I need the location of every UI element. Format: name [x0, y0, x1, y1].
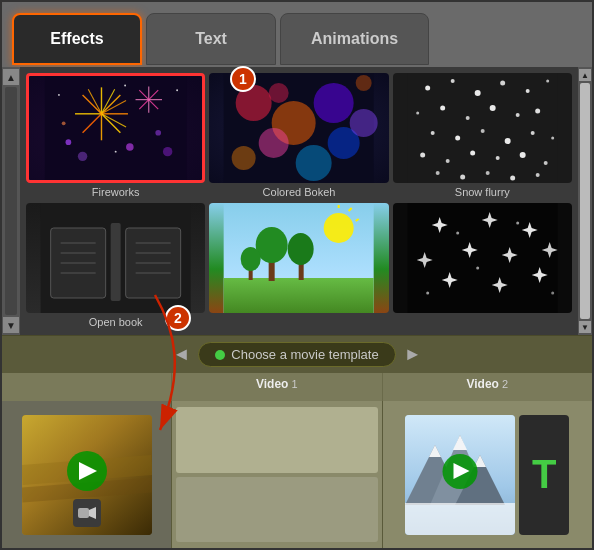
effect-thumb-openbook[interactable]: [26, 203, 205, 313]
effect-thumb-snow[interactable]: [393, 73, 572, 183]
svg-point-62: [445, 159, 449, 163]
green-dot: [215, 350, 225, 360]
scroll-right-up[interactable]: ▲: [579, 69, 591, 81]
svg-point-30: [115, 151, 117, 153]
svg-point-95: [241, 247, 261, 271]
svg-point-48: [546, 80, 549, 83]
effect-fireworks[interactable]: Fireworks: [26, 73, 205, 199]
svg-point-52: [489, 105, 495, 111]
svg-point-85: [324, 213, 354, 243]
svg-point-43: [425, 86, 430, 91]
tab-animations-label: Animations: [311, 30, 398, 48]
svg-point-44: [450, 79, 454, 83]
timeline-mid-clips: [172, 401, 382, 548]
tabs-bar: Effects Text Animations: [2, 2, 592, 67]
effect-thumb-sparkles[interactable]: [393, 203, 572, 313]
effects-grid: Fireworks: [20, 67, 578, 335]
effect-label-snow: Snow flurry: [455, 186, 510, 198]
svg-point-97: [456, 232, 459, 235]
svg-rect-89: [224, 278, 374, 313]
template-label-container[interactable]: Choose a movie template: [198, 342, 395, 367]
svg-point-28: [124, 85, 126, 87]
svg-marker-106: [89, 507, 96, 519]
svg-point-26: [62, 121, 66, 125]
effects-panel: ▲ ▼: [2, 67, 592, 373]
t-button[interactable]: T: [519, 415, 569, 535]
svg-point-55: [430, 131, 434, 135]
tab-effects-label: Effects: [50, 30, 103, 48]
svg-point-45: [474, 90, 480, 96]
svg-point-98: [476, 267, 479, 270]
svg-point-24: [155, 130, 161, 136]
svg-point-101: [551, 292, 554, 295]
svg-point-61: [420, 153, 425, 158]
scroll-right-thumb[interactable]: [580, 83, 590, 319]
svg-point-39: [350, 109, 378, 137]
video1-header-number: 1: [291, 378, 297, 390]
scrollbar-right[interactable]: ▲ ▼: [578, 67, 592, 335]
effect-label-fireworks: Fireworks: [92, 186, 140, 198]
timeline-clip-2[interactable]: [176, 477, 378, 543]
main-container: Effects Text Animations 1 2 ▲ ▼: [0, 0, 594, 550]
effect-label-bokeh: Colored Bokeh: [263, 186, 336, 198]
svg-point-67: [435, 171, 439, 175]
svg-point-68: [460, 175, 465, 180]
badge-2: 2: [165, 305, 191, 331]
svg-point-23: [126, 143, 134, 151]
scrollbar-left[interactable]: ▲ ▼: [2, 67, 20, 335]
scroll-track[interactable]: [5, 87, 17, 315]
svg-point-60: [551, 137, 554, 140]
scroll-up-arrow[interactable]: ▲: [3, 69, 19, 85]
svg-point-71: [535, 173, 539, 177]
svg-point-69: [485, 171, 489, 175]
svg-point-64: [495, 156, 499, 160]
svg-point-58: [504, 138, 510, 144]
video-thumb-main[interactable]: [22, 415, 152, 535]
svg-point-22: [78, 152, 87, 161]
scroll-right-down[interactable]: ▼: [579, 321, 591, 333]
effect-label-openbook: Open book: [89, 316, 143, 328]
svg-point-27: [58, 94, 60, 96]
effect-thumb-fireworks[interactable]: [26, 73, 205, 183]
svg-point-66: [543, 161, 547, 165]
effect-snow-flurry[interactable]: Snow flurry: [393, 73, 572, 199]
play-icon-right: [453, 463, 469, 479]
effect-nature[interactable]: [209, 203, 388, 329]
svg-point-40: [269, 83, 289, 103]
svg-point-54: [535, 109, 540, 114]
svg-point-100: [426, 292, 429, 295]
scroll-down-arrow[interactable]: ▼: [3, 317, 19, 333]
video2-header-number: 2: [502, 378, 508, 390]
svg-point-37: [296, 145, 332, 181]
timeline-main-video: [2, 401, 172, 548]
tab-effects[interactable]: Effects: [12, 13, 142, 65]
timeline-area: Video 1 Video 2: [2, 373, 592, 548]
svg-point-47: [525, 89, 529, 93]
tab-animations[interactable]: Animations: [280, 13, 429, 65]
video-thumb-right[interactable]: [405, 415, 515, 535]
tab-text-label: Text: [195, 30, 227, 48]
timeline-col-empty: [2, 373, 172, 401]
effect-thumb-nature[interactable]: [209, 203, 388, 313]
svg-point-93: [288, 233, 314, 265]
svg-point-51: [465, 116, 469, 120]
play-icon-main: [79, 462, 97, 480]
timeline-right-col: T: [383, 401, 593, 548]
timeline-clip-1[interactable]: [176, 407, 378, 473]
svg-rect-96: [407, 203, 557, 313]
svg-point-59: [530, 131, 534, 135]
template-label-text: Choose a movie template: [231, 347, 378, 362]
video2-header-label: Video: [466, 377, 498, 391]
effect-colored-bokeh[interactable]: Colored Bokeh: [209, 73, 388, 199]
template-arrow-left[interactable]: ◄: [172, 344, 190, 365]
play-button-right[interactable]: [443, 454, 478, 489]
effect-sparkles[interactable]: [393, 203, 572, 329]
svg-point-21: [66, 139, 72, 145]
svg-rect-75: [111, 223, 121, 301]
svg-rect-114: [405, 503, 515, 535]
tab-text[interactable]: Text: [146, 13, 276, 65]
template-arrow-right[interactable]: ►: [404, 344, 422, 365]
play-button-main[interactable]: [67, 451, 107, 491]
svg-point-70: [510, 176, 515, 181]
template-bar: ◄ Choose a movie template ►: [2, 335, 592, 373]
